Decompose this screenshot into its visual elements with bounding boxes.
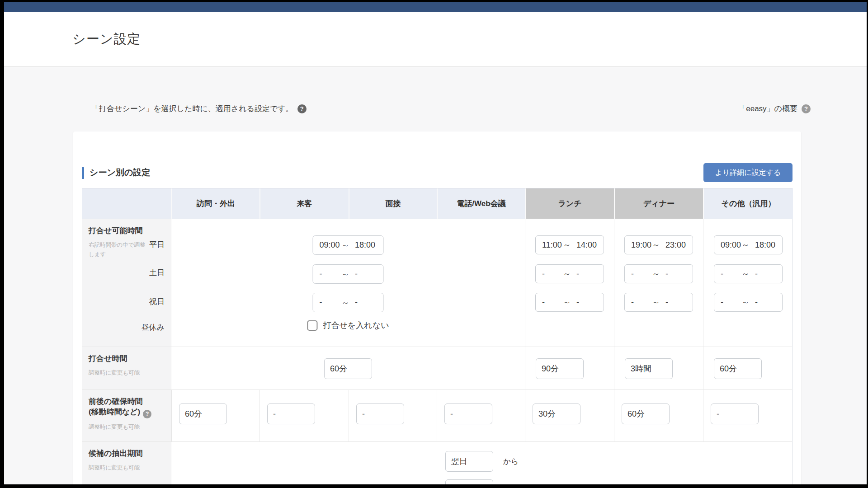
availability-other-cell: 09:00 ～ 18:00 - ～ - - ～ <box>703 219 793 347</box>
availability-merged-cell: 09:00 ～ 18:00 - ～ - - ～ <box>171 219 525 347</box>
extraction-merged-cell: 翌日 から 8 日間 <box>171 442 793 484</box>
lunch-break-checkbox-label: 打合せを入れない <box>323 320 389 331</box>
duration-merged-cell: 60分 <box>171 347 525 389</box>
row-buffer: 前後の確保時間 (移動時間など)? 調整時に変更も可能 60分 - - <box>82 389 792 441</box>
other-weekday-time-range-input[interactable]: 09:00 ～ 18:00 <box>714 235 783 254</box>
help-icon[interactable]: ? <box>802 104 811 113</box>
column-header-empty <box>82 188 171 219</box>
top-navigation-bar <box>4 2 867 12</box>
intro-description: 「打合せシーン」を選択した時に、適用される設定です。 ? <box>91 103 307 114</box>
sub-label-weekday: 平日 <box>149 239 165 250</box>
screenshot-frame: シーン設定 「打合せシーン」を選択した時に、適用される設定です。 ? 「eeas… <box>0 0 868 488</box>
row-label: 前後の確保時間 <box>89 397 165 407</box>
extraction-from-input[interactable]: 翌日 <box>445 451 493 472</box>
buffer-dinner-cell: 60分 <box>614 390 703 441</box>
sub-label-weekend: 土日 <box>149 267 165 278</box>
row-duration: 打合せ時間 調整時に変更も可能 60分 90分 <box>82 347 792 389</box>
duration-other-input[interactable]: 60分 <box>714 358 762 379</box>
row-label: 候補の抽出期間 <box>89 449 165 459</box>
sub-label-lunch-break: 昼休み <box>142 322 165 333</box>
page-title: シーン設定 <box>72 30 141 48</box>
scene-settings-card: シーン別の設定 より詳細に設定する 訪問・外出 来客 面接 電話/Web会議 ラ… <box>73 131 801 484</box>
other-holiday-time-range-input[interactable]: - ～ - <box>714 293 783 312</box>
table-header-row: 訪問・外出 来客 面接 電話/Web会議 ランチ ディナー その他（汎用） <box>82 188 792 219</box>
weekend-time-range-input[interactable]: - ～ - <box>313 264 384 284</box>
buffer-lunch-cell: 30分 <box>525 390 614 441</box>
buffer-web-meeting-input[interactable]: - <box>444 404 492 424</box>
lunch-holiday-time-range-input[interactable]: - ～ - <box>535 293 604 312</box>
row-availability-label-cell: 打合せ可能時間 右記時間帯の中で調整します 平日 土日 祝日 昼休み <box>82 219 171 347</box>
buffer-visit-input[interactable]: 60分 <box>179 404 227 424</box>
buffer-web-meeting-cell: - <box>437 390 525 441</box>
duration-input[interactable]: 60分 <box>324 358 372 379</box>
extraction-days-line: 8 日間 <box>171 479 793 484</box>
scene-settings-table: 訪問・外出 来客 面接 電話/Web会議 ランチ ディナー その他（汎用） 打合… <box>82 188 793 484</box>
detail-settings-button[interactable]: より詳細に設定する <box>703 163 793 182</box>
eeasy-overview-label: 「eeasy」の概要 <box>738 103 797 114</box>
duration-other-cell: 60分 <box>703 347 793 389</box>
buffer-lunch-input[interactable]: 30分 <box>533 404 580 424</box>
section-title: シーン別の設定 <box>90 167 150 178</box>
lunch-break-checkbox-row: 打合せを入れない <box>307 320 389 331</box>
row-duration-label-cell: 打合せ時間 調整時に変更も可能 <box>82 347 171 389</box>
duration-lunch-cell: 90分 <box>525 347 614 389</box>
buffer-dinner-input[interactable]: 60分 <box>622 404 670 424</box>
duration-dinner-input[interactable]: 3時間 <box>625 358 673 379</box>
column-header-lunch: ランチ <box>525 188 614 219</box>
column-header-interview: 面接 <box>349 188 437 219</box>
lunch-break-checkbox[interactable] <box>307 320 317 331</box>
dinner-holiday-time-range-input[interactable]: - ～ - <box>624 293 693 312</box>
buffer-interview-cell: - <box>349 390 437 441</box>
intro-text: 「打合せシーン」を選択した時に、適用される設定です。 <box>91 103 293 114</box>
row-note: 調整時に変更も可能 <box>89 422 147 432</box>
row-note: 調整時に変更も可能 <box>89 368 147 378</box>
column-header-guest: 来客 <box>259 188 349 219</box>
column-header-dinner: ディナー <box>614 188 703 219</box>
help-icon[interactable]: ? <box>143 410 151 418</box>
buffer-other-cell: - <box>703 390 793 441</box>
extraction-days-input[interactable]: 8 <box>445 479 493 484</box>
help-icon[interactable]: ? <box>297 104 307 113</box>
buffer-guest-input[interactable]: - <box>267 404 315 424</box>
row-availability: 打合せ可能時間 右記時間帯の中で調整します 平日 土日 祝日 昼休み 09:00… <box>82 219 792 347</box>
sub-label-holiday: 祝日 <box>149 296 165 307</box>
intro-row: 「打合せシーン」を選択した時に、適用される設定です。 ? 「eeasy」の概要 … <box>91 103 811 114</box>
holiday-time-range-input[interactable]: - ～ - <box>313 293 384 312</box>
row-label: 打合せ可能時間 <box>89 226 165 236</box>
section-header-row: シーン別の設定 より詳細に設定する <box>73 163 801 182</box>
section-accent-bar <box>82 167 84 179</box>
page-header: シーン設定 <box>4 12 867 67</box>
buffer-visit-cell: 60分 <box>171 390 259 441</box>
extraction-from-suffix: から <box>503 456 519 467</box>
availability-lunch-cell: 11:00 ～ 14:00 - ～ - - ～ <box>525 219 614 347</box>
row-note: 調整時に変更も可能 <box>89 463 147 473</box>
lunch-weekend-time-range-input[interactable]: - ～ - <box>535 264 604 283</box>
duration-dinner-cell: 3時間 <box>614 347 703 389</box>
row-label-line2: (移動時間など)? <box>89 407 165 418</box>
extraction-from-line: 翌日 から <box>171 451 793 472</box>
availability-dinner-cell: 19:00 ～ 23:00 - ～ - - ～ <box>614 219 703 347</box>
column-header-web-meeting: 電話/Web会議 <box>437 188 525 219</box>
other-weekend-time-range-input[interactable]: - ～ - <box>714 264 783 283</box>
lunch-weekday-time-range-input[interactable]: 11:00 ～ 14:00 <box>535 235 604 254</box>
browser-window: シーン設定 「打合せシーン」を選択した時に、適用される設定です。 ? 「eeas… <box>4 2 867 484</box>
buffer-interview-input[interactable]: - <box>356 404 404 424</box>
page-content: 「打合せシーン」を選択した時に、適用される設定です。 ? 「eeasy」の概要 … <box>4 67 867 484</box>
dinner-weekend-time-range-input[interactable]: - ～ - <box>624 264 693 283</box>
row-extraction: 候補の抽出期間 調整時に変更も可能 翌日 から 8 日間 <box>82 441 792 484</box>
row-note: 右記時間帯の中で調整します <box>89 240 147 259</box>
row-buffer-label-cell: 前後の確保時間 (移動時間など)? 調整時に変更も可能 <box>82 390 171 441</box>
row-label: 打合せ時間 <box>89 354 165 364</box>
buffer-guest-cell: - <box>259 390 349 441</box>
buffer-other-input[interactable]: - <box>711 404 759 424</box>
duration-lunch-input[interactable]: 90分 <box>536 358 584 379</box>
dinner-weekday-time-range-input[interactable]: 19:00 ～ 23:00 <box>624 235 693 254</box>
column-header-visit: 訪問・外出 <box>171 188 259 219</box>
column-header-other: その他（汎用） <box>703 188 793 219</box>
eeasy-overview-link[interactable]: 「eeasy」の概要 ? <box>738 103 811 114</box>
weekday-time-range-input[interactable]: 09:00 ～ 18:00 <box>313 235 384 255</box>
row-extraction-label-cell: 候補の抽出期間 調整時に変更も可能 <box>82 442 171 484</box>
